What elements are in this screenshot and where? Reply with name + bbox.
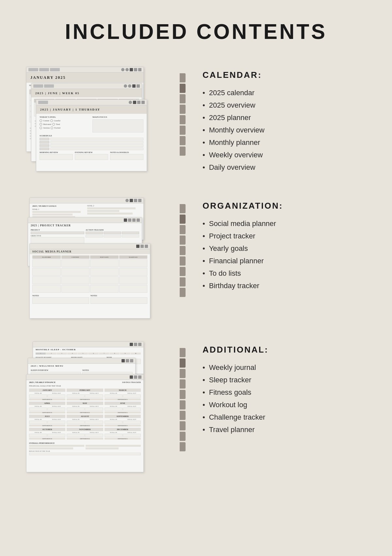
calendar-section: JANUARY 2025 MONDAYTUESDAYWEDNESDAYTHURS… xyxy=(26,67,366,178)
organization-preview: 2025 | YEARLY GOALS GOAL 1 GOAL 2 xyxy=(26,198,183,322)
add-preview-tabs xyxy=(180,348,186,451)
list-item: Monthly overview xyxy=(203,124,366,136)
additional-heading: ADDITIONAL: xyxy=(203,345,366,355)
list-item: Social media planner xyxy=(203,217,366,230)
list-item: 2025 calendar xyxy=(203,87,366,99)
org-preview-tabs xyxy=(180,204,186,297)
additional-list: Weekly journal Sleep tracker Fitness goa… xyxy=(203,361,366,436)
list-item: Fitness goals xyxy=(203,386,366,399)
list-item: Weekly journal xyxy=(203,361,366,374)
page-title: INCLUDED CONTENTS xyxy=(26,20,366,44)
list-item: Monthly planner xyxy=(203,136,366,149)
list-item: Yearly goals xyxy=(203,242,366,255)
calendar-list: 2025 calendar 2025 overview 2025 planner… xyxy=(203,87,366,174)
calendar-preview-doc3: 2025 | JANUARY | 1 THURSDAY TODAY'S FEEL… xyxy=(36,99,147,171)
additional-section: MONTHLY SLEEP - OCTOBER 1 2 3 4 5 6 7 8 … xyxy=(26,341,366,479)
organization-list: Social media planner Project tracker Yea… xyxy=(203,217,366,292)
organization-content: ORGANIZATION: Social media planner Proje… xyxy=(203,198,366,292)
list-item: 2025 overview xyxy=(203,99,366,112)
calendar-preview: JANUARY 2025 MONDAYTUESDAYWEDNESDAYTHURS… xyxy=(26,67,183,178)
list-item: 2025 planner xyxy=(203,112,366,124)
list-item: Weekly overview xyxy=(203,149,366,161)
list-item: Birthday tracker xyxy=(203,280,366,292)
calendar-content: CALENDAR: 2025 calendar 2025 overview 20… xyxy=(203,67,366,174)
add-preview-doc3: 2025 | YEARLY FINANCE SAVINGS TRACKER FI… xyxy=(26,374,144,472)
org-preview-doc3: SOCIAL MEDIA PLANNER PLATFORM CONTENT PO… xyxy=(29,243,150,319)
additional-preview: MONTHLY SLEEP - OCTOBER 1 2 3 4 5 6 7 8 … xyxy=(26,341,183,479)
list-item: Travel planner xyxy=(203,424,366,436)
list-item: Challenge tracker xyxy=(203,411,366,424)
list-item: Project tracker xyxy=(203,230,366,242)
preview-tabs xyxy=(180,73,186,156)
organization-heading: ORGANIZATION: xyxy=(203,201,366,211)
calendar-heading: CALENDAR: xyxy=(203,70,366,80)
list-item: Workout log xyxy=(203,399,366,411)
list-item: Sleep tracker xyxy=(203,374,366,386)
list-item: Daily overview xyxy=(203,161,366,174)
additional-content: ADDITIONAL: Weekly journal Sleep tracker… xyxy=(203,341,366,436)
list-item: Financial planner xyxy=(203,255,366,267)
list-item: To do lists xyxy=(203,267,366,280)
organization-section: 2025 | YEARLY GOALS GOAL 1 GOAL 2 xyxy=(26,198,366,322)
